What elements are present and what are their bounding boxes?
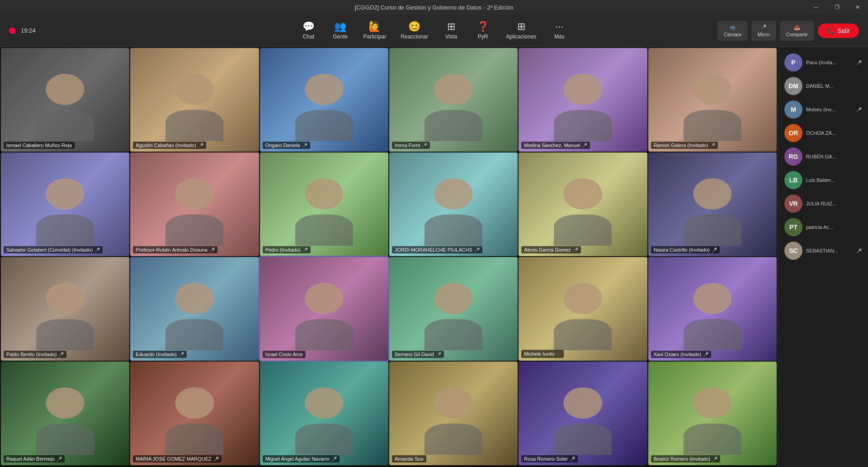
sidebar-participant-item[interactable]: PPaco (Invita...🎤 xyxy=(782,52,864,73)
participant-name-tag: Pablo Benito (Invitado)🎤 xyxy=(4,351,66,358)
avatar: LB xyxy=(784,171,802,189)
participant-name-tag: Ismael Caballero Muñoz-Reja xyxy=(4,142,75,149)
video-cell[interactable]: Pablo Benito (Invitado)🎤 xyxy=(1,257,129,361)
mic-icon: 🎤 xyxy=(209,248,215,253)
window-controls: ─ ❐ ✕ xyxy=(806,0,868,14)
people-button[interactable]: 👥 Gente xyxy=(325,19,356,43)
sidebar-participant-item[interactable]: OROCHOA ZÁ... xyxy=(782,122,864,144)
video-cell[interactable]: Michele Iunilo··· xyxy=(519,257,647,361)
minimize-button[interactable]: ─ xyxy=(806,0,826,14)
video-cell[interactable]: Profesor-Rubén Arévalo Dosuna🎤 xyxy=(130,152,259,256)
video-cell[interactable]: Ismael Caballero Muñoz-Reja xyxy=(1,48,129,152)
video-cell[interactable]: Rosa Romero Soler🎤 xyxy=(519,362,647,465)
participant-name-tag: Eduardo (Invitado)🎤 xyxy=(133,351,187,358)
participant-name-tag: Naiara Castrillo (Invitado)🎤 xyxy=(651,246,720,253)
video-cell[interactable]: Imma Fornt🎤 xyxy=(389,48,518,152)
mic-icon: 🎤 xyxy=(179,352,184,357)
more-button[interactable]: ··· Más xyxy=(543,19,575,43)
sidebar-participant-name: patricia Ac... xyxy=(806,224,862,230)
camera-label: Cámara xyxy=(724,32,741,37)
video-cell[interactable]: Ramón Galera (Invitado)🎤 xyxy=(648,48,777,152)
pyr-button[interactable]: ❓ PyR xyxy=(467,19,499,43)
video-cell[interactable]: Serrano Gil David🎤 xyxy=(389,257,518,361)
apps-button[interactable]: ⊞ Aplicaciones xyxy=(499,19,543,43)
view-button[interactable]: ⊞ Vista xyxy=(435,19,467,43)
window-title: [CGGD2] Curso de Gestión y Gobierno de D… xyxy=(355,4,514,11)
video-cell[interactable]: Alexis Garcia Gomez🎤 xyxy=(519,152,647,256)
video-cell[interactable]: Xavi Ozaes (Invitado)🎤 xyxy=(648,257,777,361)
mic-icon: 🎤 xyxy=(856,60,862,65)
participant-name-tag: Alexis Garcia Gomez🎤 xyxy=(521,246,580,253)
view-icon: ⊞ xyxy=(447,22,455,32)
sidebar-participant-item[interactable]: RGRUBÉN GA... xyxy=(782,146,864,167)
sidebar-participant-item[interactable]: MMoisés (Inv...🎤 xyxy=(782,99,864,120)
sidebar-participant-name: JULIA RUIZ... xyxy=(806,201,862,206)
participate-icon: 🙋 xyxy=(368,22,381,32)
mic-icon: 🎤 xyxy=(94,248,100,253)
participant-name-tag: Israel Cosio Arce xyxy=(263,351,306,358)
video-cell[interactable]: Israel Cosio Arce xyxy=(260,257,388,361)
participant-name-tag: Miguel Angel Aguilar Navarro🎤 xyxy=(263,455,340,462)
mic-icon: 🎤 xyxy=(856,107,862,112)
participant-name-tag: Ramón Galera (Invitado)🎤 xyxy=(651,142,718,149)
sidebar-participant-item[interactable]: LBLuis Balder... xyxy=(782,169,864,191)
video-cell[interactable]: Raquel Adán Bermejo🎤 xyxy=(1,362,129,465)
mic-icon: 🎤 xyxy=(302,248,308,253)
toolbar-right: 📹 Cámara 🎤 Micro 📤 Compartir 📞 Salir xyxy=(717,21,859,41)
mic-icon: 🎤 xyxy=(703,352,708,357)
react-button[interactable]: 😊 Reaccionar xyxy=(393,19,435,43)
sidebar-participant-name: Luis Balder... xyxy=(806,177,862,183)
participant-name-tag: Profesor-Rubén Arévalo Dosuna🎤 xyxy=(133,246,217,253)
leave-label: Salir xyxy=(837,27,850,34)
pyr-icon: ❓ xyxy=(477,22,489,32)
avatar: OR xyxy=(784,124,802,142)
video-cell[interactable]: Medina Sanchez, Manuel🎤 xyxy=(519,48,647,152)
avatar: P xyxy=(784,53,802,71)
sidebar-participant-name: RUBÉN GA... xyxy=(806,154,862,159)
chat-button[interactable]: 💬 Chat xyxy=(293,19,325,43)
participant-name-tag: Michele Iunilo··· xyxy=(521,350,563,358)
mic-icon: 🎤 xyxy=(422,143,427,148)
avatar: SC xyxy=(784,242,802,260)
video-cell[interactable]: Eduardo (Invitado)🎤 xyxy=(130,257,259,361)
more-icon: ··· xyxy=(555,22,563,32)
sidebar-participant-name: Paco (Invita... xyxy=(806,60,853,65)
mic-icon: 🎤 xyxy=(570,457,575,462)
participant-name-tag: Salvador Gelabert (Convidat) (Invitado)🎤 xyxy=(4,246,103,253)
video-cell[interactable]: Agustín Cabañas (Invitado)🎤 xyxy=(130,48,259,152)
video-cell[interactable]: Naiara Castrillo (Invitado)🎤 xyxy=(648,152,777,256)
mic-icon: 🎤 xyxy=(331,457,337,462)
video-cell[interactable]: Beatriz Romero (Invitado)🎤 xyxy=(648,362,777,465)
share-button[interactable]: 📤 Compartir xyxy=(780,21,814,41)
more-label: Más xyxy=(554,33,565,40)
leave-button[interactable]: 📞 Salir xyxy=(818,24,859,38)
camera-button[interactable]: 📹 Cámara xyxy=(717,21,748,41)
title-bar: [CGGD2] Curso de Gestión y Gobierno de D… xyxy=(0,0,868,14)
mic-icon: 🎤 xyxy=(436,352,441,357)
video-cell[interactable]: Pedro (Invitado)🎤 xyxy=(260,152,388,256)
video-cell[interactable]: Miguel Angel Aguilar Navarro🎤 xyxy=(260,362,388,465)
video-cell[interactable]: Salvador Gelabert (Convidat) (Invitado)🎤 xyxy=(1,152,129,256)
mic-icon: 🎤 xyxy=(582,143,587,148)
sidebar-participant-item[interactable]: DMDANIEL M... xyxy=(782,75,864,97)
mic-icon: 🎤 xyxy=(573,248,578,253)
participate-button[interactable]: 🙋 Participar xyxy=(356,19,394,43)
close-button[interactable]: ✕ xyxy=(847,0,868,14)
video-cell[interactable]: Amanda Suo xyxy=(389,362,518,465)
sidebar-participant-name: SEBASTIAN... xyxy=(806,248,853,253)
sidebar-participants: PPaco (Invita...🎤DMDANIEL M...MMoisés (I… xyxy=(778,47,868,467)
sidebar-participant-item[interactable]: VRJULIA RUIZ... xyxy=(782,193,864,214)
avatar: PT xyxy=(784,218,802,236)
mic-icon: 🎤 xyxy=(712,457,717,462)
participant-name-tag: Medina Sanchez, Manuel🎤 xyxy=(521,142,590,149)
sidebar-participant-item[interactable]: SCSEBASTIAN...🎤 xyxy=(782,240,864,262)
sidebar-participant-item[interactable]: PTpatricia Ac... xyxy=(782,216,864,238)
mic-icon: 🎤 xyxy=(474,248,480,253)
video-cell[interactable]: JORDI MORAHELCHE PIULACHS🎤 xyxy=(389,152,518,256)
mic-icon: 🎤 xyxy=(213,457,219,462)
video-cell[interactable]: MARIA JOSE GOMEZ MARQUEZ🎤 xyxy=(130,362,259,465)
mic-button[interactable]: 🎤 Micro xyxy=(751,21,776,41)
mic-icon: 🎤 xyxy=(302,143,307,148)
restore-button[interactable]: ❐ xyxy=(826,0,847,14)
video-cell[interactable]: Ongaro Daniela🎤 xyxy=(260,48,388,152)
